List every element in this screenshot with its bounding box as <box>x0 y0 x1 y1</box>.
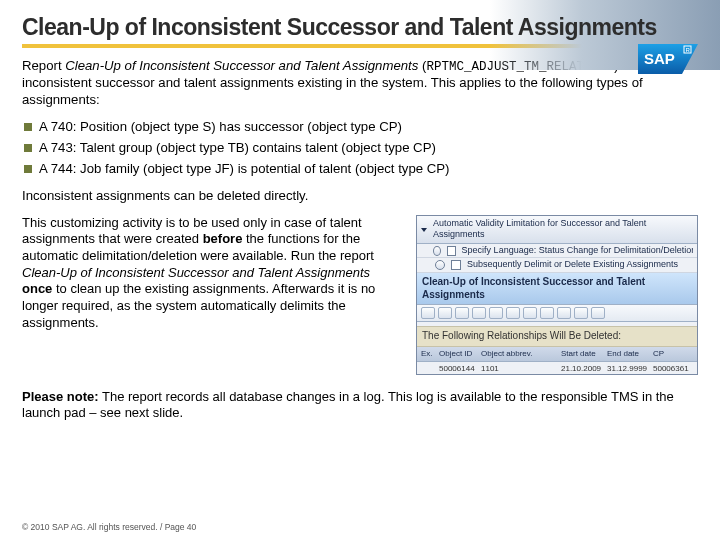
col-objectid: Object ID <box>439 349 481 359</box>
please-note: Please note: The report records all data… <box>22 389 698 422</box>
cell: 1101 <box>481 364 561 374</box>
shot-tree-row: Subsequently Delimit or Delete Existing … <box>417 258 697 273</box>
intro-report-name: Clean-Up of Inconsistent Successor and T… <box>65 58 418 73</box>
col-cp: CP <box>653 349 693 359</box>
toolbar-button[interactable] <box>540 307 554 319</box>
toolbar-button[interactable] <box>574 307 588 319</box>
toolbar-button[interactable] <box>591 307 605 319</box>
shot-row2b-text: Subsequently Delimit or Delete Existing … <box>467 259 678 271</box>
shot-grid-header: Ex. Object ID Object abbrev. Start date … <box>417 347 697 362</box>
inconsistent-line: Inconsistent assignments can be deleted … <box>22 188 698 205</box>
cell: 50006361 NC_NEBENT <box>653 364 698 374</box>
slide-title: Clean-Up of Inconsistent Successor and T… <box>22 14 698 40</box>
shot-row1-text: Automatic Validity Limitation for Succes… <box>433 218 693 241</box>
col-abbrev: Object abbrev. <box>481 349 561 359</box>
mid-p4: to clean up the existing assignments. Af… <box>22 281 375 329</box>
bullet-code: A 743: <box>39 140 76 155</box>
list-item: A 743: Talent group (object type TB) con… <box>22 140 698 157</box>
bullet-code: A 740: <box>39 119 76 134</box>
activity-icon <box>435 260 445 270</box>
shot-grid-row: 50006144 1101 21.10.2009 31.12.9999 5000… <box>417 362 697 374</box>
mid-i1: Clean-Up of Inconsistent Successor and T… <box>22 265 370 280</box>
toolbar-button[interactable] <box>557 307 571 319</box>
cell: 50006144 <box>439 364 481 374</box>
toolbar-button[interactable] <box>472 307 486 319</box>
bullet-text: Position (object type S) has successor (… <box>76 119 401 134</box>
mid-b2: once <box>22 281 52 296</box>
sap-screenshot: Automatic Validity Limitation for Succes… <box>416 215 698 375</box>
mid-b1: before <box>203 231 243 246</box>
doc-icon <box>447 246 455 256</box>
cell: 31.12.9999 <box>607 364 653 374</box>
shot-window-title: Clean-Up of Inconsistent Successor and T… <box>417 273 697 306</box>
list-item: A 744: Job family (object type JF) is po… <box>22 161 698 178</box>
list-item: A 740: Position (object type S) has succ… <box>22 119 698 136</box>
toolbar-button[interactable] <box>438 307 452 319</box>
shot-toolbar <box>417 305 697 322</box>
bullet-text: Job family (object type JF) is potential… <box>76 161 449 176</box>
mid-row: This customizing activity is to be used … <box>22 215 698 375</box>
bullet-square-icon <box>24 144 32 152</box>
activity-icon <box>433 246 441 256</box>
tree-arrow-icon <box>421 228 427 232</box>
bullet-code: A 744: <box>39 161 76 176</box>
body: Report Clean-Up of Inconsistent Successo… <box>22 58 698 422</box>
shot-section-header: The Following Relationships Will Be Dele… <box>417 326 697 347</box>
shot-top-bar: Automatic Validity Limitation for Succes… <box>417 216 697 244</box>
note-rest: The report records all database changes … <box>22 389 674 421</box>
col-ex: Ex. <box>421 349 439 359</box>
shot-tree-row: Specify Language: Status Change for Deli… <box>417 244 697 259</box>
bullet-list: A 740: Position (object type S) has succ… <box>22 119 698 178</box>
doc-icon <box>451 260 461 270</box>
intro-t1: Report <box>22 58 65 73</box>
sap-logo: SAP R <box>638 44 698 78</box>
col-end: End date <box>607 349 653 359</box>
footer: © 2010 SAP AG. All rights reserved. / Pa… <box>22 522 196 532</box>
cell: 21.10.2009 <box>561 364 607 374</box>
svg-text:R: R <box>686 47 691 53</box>
bullet-text: Talent group (object type TB) contains t… <box>76 140 435 155</box>
toolbar-button[interactable] <box>506 307 520 319</box>
note-label: Please note: <box>22 389 99 404</box>
toolbar-button[interactable] <box>489 307 503 319</box>
title-block: Clean-Up of Inconsistent Successor and T… <box>22 14 698 48</box>
bullet-square-icon <box>24 123 32 131</box>
toolbar-button[interactable] <box>523 307 537 319</box>
cell <box>421 364 439 374</box>
toolbar-button[interactable] <box>421 307 435 319</box>
shot-row2a-text: Specify Language: Status Change for Deli… <box>462 245 693 257</box>
bullet-square-icon <box>24 165 32 173</box>
customizing-paragraph: This customizing activity is to be used … <box>22 215 402 375</box>
col-start: Start date <box>561 349 607 359</box>
sap-logo-text: SAP <box>644 50 675 67</box>
toolbar-button[interactable] <box>455 307 469 319</box>
